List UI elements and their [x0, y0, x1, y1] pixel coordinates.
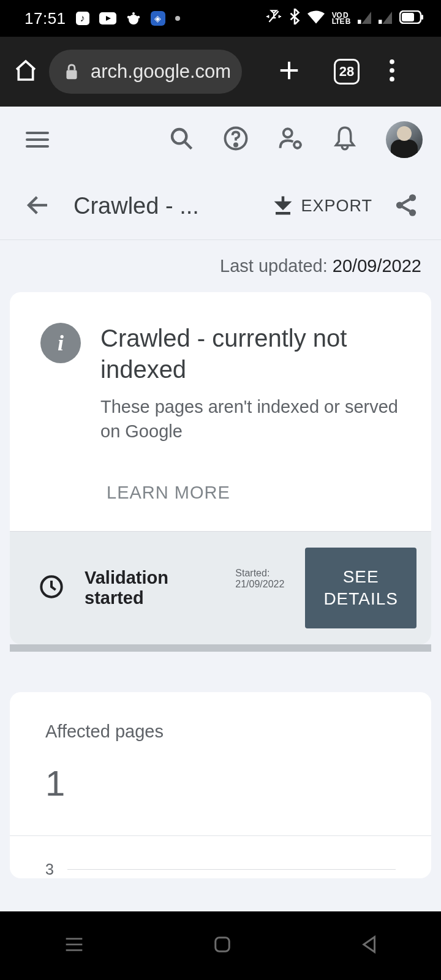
svg-rect-8 — [402, 13, 414, 21]
svg-rect-22 — [276, 212, 290, 215]
status-time: 17:51 — [24, 9, 66, 28]
validation-row: Validation started Started: 21/09/2022 S… — [10, 531, 431, 645]
svg-rect-9 — [66, 70, 77, 80]
back-nav-icon[interactable] — [361, 935, 377, 956]
gsc-header — [0, 107, 441, 173]
page-subheader: Crawled - ... EXPORT — [0, 173, 441, 240]
svg-point-19 — [284, 129, 292, 137]
home-icon[interactable] — [13, 58, 38, 85]
learn-more-button[interactable]: LEARN MORE — [10, 468, 431, 531]
lock-icon — [65, 63, 78, 80]
youtube-icon — [99, 12, 116, 24]
svg-point-3 — [127, 16, 129, 18]
url-bar[interactable]: arch.google.com — [49, 50, 242, 94]
reddit-icon — [126, 11, 141, 26]
issue-card: i Crawled - currently not indexed These … — [10, 292, 431, 644]
battery-icon — [399, 9, 424, 28]
wifi-icon — [307, 9, 325, 28]
url-text: arch.google.com — [91, 61, 231, 83]
issue-description: These pages aren't indexed or served on … — [100, 395, 409, 443]
tiktok-icon: ♪ — [76, 12, 89, 25]
export-label: EXPORT — [301, 197, 372, 216]
last-updated-label: Last updated: — [220, 256, 333, 276]
last-updated-date: 20/09/2022 — [333, 256, 421, 276]
browser-menu-icon[interactable] — [389, 59, 395, 84]
bluetooth-icon — [289, 9, 300, 29]
hamburger-menu-icon[interactable] — [26, 132, 49, 148]
clock-icon — [39, 575, 64, 601]
svg-point-20 — [294, 141, 301, 148]
validation-started-label: Started: — [235, 568, 284, 579]
affected-pages-label: Affected pages — [10, 722, 431, 742]
svg-point-14 — [390, 77, 394, 81]
android-nav-bar — [0, 911, 441, 980]
notifications-icon[interactable] — [333, 126, 356, 154]
user-settings-icon[interactable] — [278, 126, 304, 154]
notification-dot-icon — [175, 16, 180, 21]
issue-heading: Crawled - currently not indexed — [100, 323, 409, 385]
svg-point-15 — [172, 129, 186, 143]
svg-point-12 — [390, 59, 394, 64]
info-icon: i — [40, 323, 81, 363]
affected-pages-count: 1 — [10, 763, 431, 804]
vibrate-icon — [266, 9, 282, 29]
chrome-toolbar: arch.google.com 28 — [0, 37, 441, 107]
help-icon[interactable] — [223, 126, 249, 154]
card-shadow — [10, 644, 431, 652]
signal-1-icon — [358, 9, 371, 28]
app-icon: ◈ — [151, 11, 165, 26]
signal-2-icon — [379, 9, 392, 28]
chart-axis: 3 — [10, 836, 431, 878]
page-title: Crawled - ... — [74, 193, 274, 219]
gridline — [67, 869, 396, 870]
see-details-button[interactable]: SEEDETAILS — [305, 548, 417, 629]
tab-switcher[interactable]: 28 — [334, 59, 360, 85]
back-arrow-icon[interactable] — [26, 193, 50, 220]
y-axis-tick: 3 — [45, 861, 54, 878]
svg-point-2 — [132, 12, 135, 15]
search-icon[interactable] — [169, 126, 194, 153]
svg-line-16 — [184, 141, 192, 149]
svg-point-13 — [390, 68, 394, 73]
network-label-icon: VO DLTE B — [332, 12, 350, 24]
share-icon[interactable] — [393, 192, 419, 221]
avatar[interactable] — [386, 121, 423, 158]
svg-point-4 — [137, 16, 139, 18]
affected-pages-card: Affected pages 1 3 — [10, 692, 431, 878]
svg-rect-7 — [421, 15, 423, 20]
svg-line-26 — [402, 199, 410, 203]
home-nav-icon[interactable] — [213, 935, 232, 956]
svg-point-18 — [235, 143, 237, 146]
export-button[interactable]: EXPORT — [274, 196, 372, 217]
last-updated: Last updated: 20/09/2022 — [0, 240, 441, 292]
svg-line-27 — [402, 206, 410, 211]
recents-icon[interactable] — [64, 936, 84, 956]
download-icon — [274, 196, 292, 217]
svg-rect-32 — [216, 938, 230, 952]
svg-point-1 — [129, 15, 138, 24]
validation-started-date: 21/09/2022 — [235, 579, 284, 590]
validation-title: Validation started — [85, 568, 216, 608]
new-tab-icon[interactable] — [277, 59, 301, 85]
android-status-bar: 17:51 ♪ ◈ VO DLTE B — [0, 0, 441, 37]
